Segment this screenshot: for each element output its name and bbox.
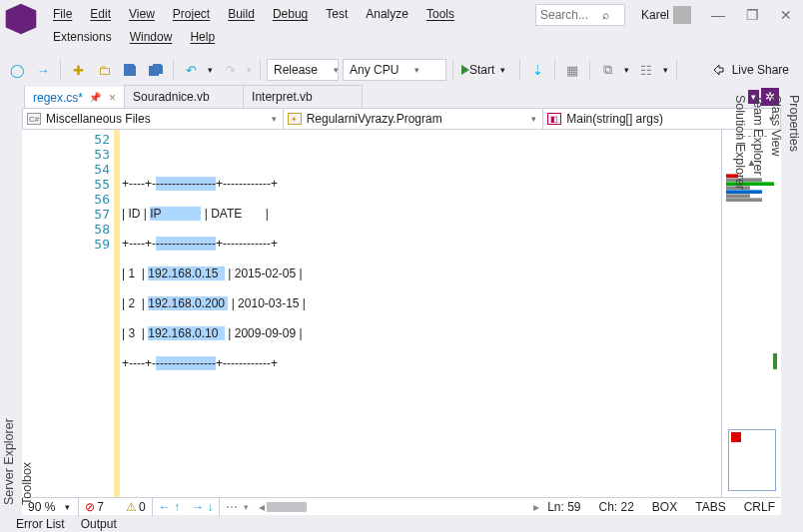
error-list-tab[interactable]: Error List: [8, 515, 73, 532]
undo-dropdown[interactable]: ▾: [206, 65, 215, 75]
editor-status-bar: 90 %▾ ⊘7 ⚠0 ← ↑ → ↓ ⋯ ▾ ◂▸ Ln: 59 Ch: 22…: [22, 497, 781, 515]
save-all-icon[interactable]: [145, 59, 167, 81]
user-account[interactable]: Karel: [631, 4, 701, 26]
open-file-icon[interactable]: 🗀: [93, 59, 115, 81]
search-input[interactable]: [536, 8, 596, 22]
close-icon[interactable]: ×: [109, 91, 116, 105]
toolbar-icon-1[interactable]: ⇣: [526, 59, 548, 81]
tab-souradnice[interactable]: Souradnice.vb: [124, 85, 244, 108]
caret-line: Ln: 59: [547, 500, 580, 514]
menu-test[interactable]: Test: [317, 4, 357, 26]
server-explorer-tab[interactable]: Server Explorer: [0, 85, 18, 515]
vs-logo-icon: [4, 2, 38, 36]
toolbar-icon-2[interactable]: ▦: [561, 59, 583, 81]
menu-help[interactable]: Help: [181, 27, 224, 47]
menu-build[interactable]: Build: [219, 4, 264, 26]
nav-type-combo[interactable]: ✦RegularniVyrazy.Program▾: [284, 109, 544, 129]
play-icon: [461, 65, 469, 75]
output-tab[interactable]: Output: [73, 515, 125, 532]
title-bar: File Edit View Project Build Debug Test …: [0, 0, 803, 55]
document-tabs: regex.cs*📌× Souradnice.vb Interpret.vb ▾…: [22, 85, 781, 108]
toolbar-icon-3[interactable]: ⧉: [596, 59, 618, 81]
error-count[interactable]: ⊘7: [85, 500, 104, 514]
search-icon[interactable]: ⌕: [596, 8, 616, 22]
tab-interpret[interactable]: Interpret.vb: [243, 85, 363, 108]
live-share-icon: [712, 63, 726, 77]
live-share[interactable]: Live Share: [704, 63, 797, 77]
undo-icon[interactable]: ↶: [180, 59, 202, 81]
redo-dropdown[interactable]: ▾: [245, 65, 254, 75]
code-text[interactable]: +----+----------------+------------+ | I…: [122, 130, 721, 497]
standard-toolbar: ◯ → ✚ 🗀 ↶▾ ↷▾ Release▾ Any CPU▾ Start▾ ⇣…: [0, 55, 803, 85]
configuration-combo[interactable]: Release▾: [267, 59, 339, 81]
properties-tab[interactable]: Properties: [785, 85, 803, 515]
tab-regex[interactable]: regex.cs*📌×: [24, 85, 125, 108]
platform-combo[interactable]: Any CPU▾: [343, 59, 446, 81]
menu-tools[interactable]: Tools: [417, 4, 463, 26]
indent-mode[interactable]: TABS: [695, 500, 725, 514]
menu-window[interactable]: Window: [121, 27, 182, 47]
left-dock: Server Explorer Toolbox: [0, 85, 22, 515]
main-area: Server Explorer Toolbox regex.cs*📌× Sour…: [0, 85, 803, 515]
avatar-icon: [673, 6, 691, 24]
menu-extensions[interactable]: Extensions: [44, 27, 121, 47]
nav-next[interactable]: → ↓: [192, 500, 213, 514]
window-restore[interactable]: ❐: [735, 4, 769, 26]
quick-search[interactable]: ⌕: [535, 4, 625, 26]
nav-project-combo[interactable]: C#Miscellaneous Files▾: [23, 109, 284, 129]
right-dock: Properties Class View Team Explorer Solu…: [781, 85, 803, 515]
nav-back-icon[interactable]: ◯: [6, 59, 28, 81]
new-project-icon[interactable]: ✚: [67, 59, 89, 81]
redo-icon[interactable]: ↷: [219, 59, 241, 81]
navigation-bar: C#Miscellaneous Files▾ ✦RegularniVyrazy.…: [22, 108, 781, 130]
pin-icon[interactable]: 📌: [89, 92, 101, 103]
menu-view[interactable]: View: [120, 4, 164, 26]
nav-fwd-icon[interactable]: →: [32, 59, 54, 81]
menu-edit[interactable]: Edit: [81, 4, 120, 26]
selection-mode[interactable]: BOX: [652, 500, 677, 514]
change-margin: [114, 130, 120, 497]
menu-project[interactable]: Project: [164, 4, 219, 26]
caret-col: Ch: 22: [599, 500, 634, 514]
menu-debug[interactable]: Debug: [264, 4, 317, 26]
horizontal-scrollbar[interactable]: ◂▸: [255, 500, 543, 514]
window-close[interactable]: ✕: [769, 4, 803, 26]
menu-analyze[interactable]: Analyze: [357, 4, 417, 26]
warning-count[interactable]: ⚠0: [126, 500, 146, 514]
main-menu: File Edit View Project Build Debug Test …: [44, 0, 803, 47]
toggle-whitespace[interactable]: ⋯ ▾: [226, 500, 250, 514]
nav-prev[interactable]: ← ↑: [159, 500, 180, 514]
save-icon[interactable]: [119, 59, 141, 81]
window-minimize[interactable]: —: [701, 4, 735, 26]
toolbox-tab[interactable]: Toolbox: [18, 85, 36, 515]
minimap-viewport[interactable]: [728, 429, 776, 491]
start-button[interactable]: Start▾: [459, 63, 513, 77]
menu-file[interactable]: File: [44, 4, 81, 26]
code-editor[interactable]: 5253545556575859 +----+----------------+…: [22, 130, 781, 497]
editor-area: regex.cs*📌× Souradnice.vb Interpret.vb ▾…: [22, 85, 781, 515]
toolbar-icon-4[interactable]: ☷: [635, 59, 657, 81]
bottom-tool-tabs: Error List Output: [0, 515, 803, 532]
